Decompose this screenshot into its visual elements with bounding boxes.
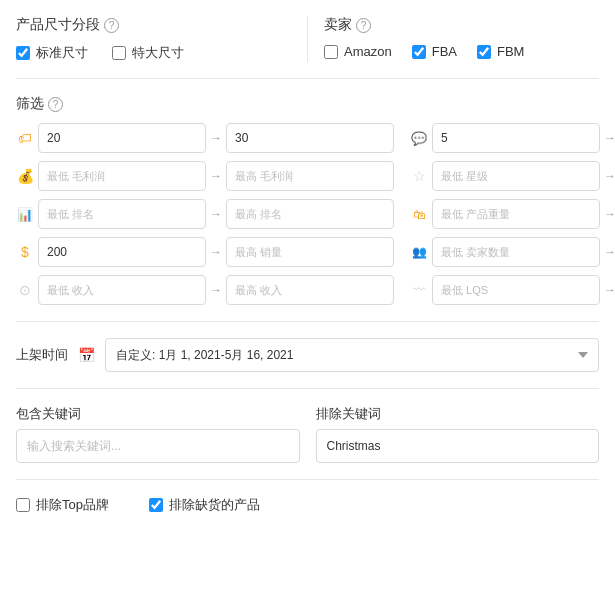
- arrow-5: →: [210, 207, 222, 221]
- exclude-out-of-stock-option[interactable]: 排除缺货的产品: [149, 496, 260, 514]
- reviews-min-input[interactable]: [432, 123, 600, 153]
- arrow-7: →: [210, 245, 222, 259]
- shelf-time-section: 上架时间 📅 自定义: 1月 1, 2021-5月 16, 2021: [16, 338, 599, 372]
- amazon-checkbox[interactable]: [324, 45, 338, 59]
- weight-filter-row: 🛍 →: [410, 199, 615, 229]
- arrow-8: →: [604, 245, 615, 259]
- seller-help-icon[interactable]: ?: [356, 18, 371, 33]
- top-sections: 产品尺寸分段 ? 标准尺寸 特大尺寸 卖家 ? Amazon: [16, 16, 599, 62]
- users-icon: 👥: [410, 245, 428, 259]
- rank-filter-row: 📊 →: [16, 199, 394, 229]
- price-filter-row: 🏷 →: [16, 123, 394, 153]
- sales-filter-row: $ →: [16, 237, 394, 267]
- rating-filter-row: ☆ →: [410, 161, 615, 191]
- revenue-min-input[interactable]: [38, 275, 206, 305]
- price-max-input[interactable]: [226, 123, 394, 153]
- tag-icon: 🏷: [16, 130, 34, 146]
- include-keywords-col: 包含关键词: [16, 405, 300, 463]
- profit-max-input[interactable]: [226, 161, 394, 191]
- seller-options: Amazon FBA FBM: [324, 44, 599, 59]
- weight-icon: 🛍: [410, 207, 428, 222]
- divider-3: [16, 388, 599, 389]
- arrow-3: →: [210, 169, 222, 183]
- shelf-time-label: 上架时间: [16, 346, 68, 364]
- weight-min-input[interactable]: [432, 199, 600, 229]
- fbm-option[interactable]: FBM: [477, 44, 524, 59]
- standard-size-option[interactable]: 标准尺寸: [16, 44, 88, 62]
- product-size-help-icon[interactable]: ?: [104, 18, 119, 33]
- seller-title: 卖家 ?: [324, 16, 599, 34]
- product-size-options: 标准尺寸 特大尺寸: [16, 44, 291, 62]
- rating-min-input[interactable]: [432, 161, 600, 191]
- divider-1: [16, 78, 599, 79]
- exclude-keywords-col: 排除关键词: [316, 405, 600, 463]
- filter-title: 筛选 ?: [16, 95, 599, 113]
- divider-2: [16, 321, 599, 322]
- filter-row-1: 🏷 → 💬 →: [16, 123, 599, 153]
- sales-min-input[interactable]: [38, 237, 206, 267]
- fba-checkbox[interactable]: [412, 45, 426, 59]
- large-size-label: 特大尺寸: [132, 44, 184, 62]
- lqs-icon: 〰: [410, 283, 428, 297]
- calendar-icon: 📅: [78, 347, 95, 363]
- rank-max-input[interactable]: [226, 199, 394, 229]
- arrow-6: →: [604, 207, 615, 221]
- filter-help-icon[interactable]: ?: [48, 97, 63, 112]
- sellers-filter-row: 👥 →: [410, 237, 615, 267]
- rank-min-input[interactable]: [38, 199, 206, 229]
- standard-size-checkbox[interactable]: [16, 46, 30, 60]
- exclude-top-brand-checkbox[interactable]: [16, 498, 30, 512]
- revenue-max-input[interactable]: [226, 275, 394, 305]
- exclude-out-of-stock-checkbox[interactable]: [149, 498, 163, 512]
- fbm-label: FBM: [497, 44, 524, 59]
- profit-min-input[interactable]: [38, 161, 206, 191]
- reviews-filter-row: 💬 →: [410, 123, 615, 153]
- keywords-section: 包含关键词 排除关键词: [16, 405, 599, 463]
- include-keywords-label: 包含关键词: [16, 405, 300, 423]
- large-size-option[interactable]: 特大尺寸: [112, 44, 184, 62]
- product-size-title: 产品尺寸分段 ?: [16, 16, 291, 34]
- arrow-4: →: [604, 169, 615, 183]
- bottom-options: 排除Top品牌 排除缺货的产品: [16, 496, 599, 514]
- shelf-time-select[interactable]: 自定义: 1月 1, 2021-5月 16, 2021: [105, 338, 599, 372]
- fba-label: FBA: [432, 44, 457, 59]
- exclude-keywords-label: 排除关键词: [316, 405, 600, 423]
- arrow-10: →: [604, 283, 615, 297]
- chat-icon: 💬: [410, 131, 428, 146]
- exclude-keywords-input[interactable]: [316, 429, 600, 463]
- profit-icon: 💰: [16, 168, 34, 184]
- filter-section: 筛选 ? 🏷 → 💬 → 💰 → ☆ →: [16, 95, 599, 305]
- product-size-label: 产品尺寸分段: [16, 16, 100, 34]
- arrow-9: →: [210, 283, 222, 297]
- arrow-2: →: [604, 131, 615, 145]
- fba-option[interactable]: FBA: [412, 44, 457, 59]
- exclude-out-of-stock-label: 排除缺货的产品: [169, 496, 260, 514]
- revenue-filter-row: ⊙ →: [16, 275, 394, 305]
- exclude-top-brand-option[interactable]: 排除Top品牌: [16, 496, 109, 514]
- dollar-icon: $: [16, 244, 34, 260]
- rank-icon: 📊: [16, 207, 34, 222]
- sales-max-input[interactable]: [226, 237, 394, 267]
- divider-4: [16, 479, 599, 480]
- price-min-input[interactable]: [38, 123, 206, 153]
- product-size-section: 产品尺寸分段 ? 标准尺寸 特大尺寸: [16, 16, 308, 62]
- revenue-icon: ⊙: [16, 282, 34, 298]
- amazon-label: Amazon: [344, 44, 392, 59]
- include-keywords-input[interactable]: [16, 429, 300, 463]
- filter-row-5: ⊙ → 〰 →: [16, 275, 599, 305]
- seller-section: 卖家 ? Amazon FBA FBM: [308, 16, 599, 62]
- filter-label: 筛选: [16, 95, 44, 113]
- arrow-1: →: [210, 131, 222, 145]
- seller-label: 卖家: [324, 16, 352, 34]
- sellers-min-input[interactable]: [432, 237, 600, 267]
- filter-row-3: 📊 → 🛍 →: [16, 199, 599, 229]
- large-size-checkbox[interactable]: [112, 46, 126, 60]
- standard-size-label: 标准尺寸: [36, 44, 88, 62]
- filter-row-2: 💰 → ☆ →: [16, 161, 599, 191]
- star-icon: ☆: [410, 168, 428, 184]
- fbm-checkbox[interactable]: [477, 45, 491, 59]
- profit-filter-row: 💰 →: [16, 161, 394, 191]
- filter-row-4: $ → 👥 →: [16, 237, 599, 267]
- amazon-option[interactable]: Amazon: [324, 44, 392, 59]
- lqs-min-input[interactable]: [432, 275, 600, 305]
